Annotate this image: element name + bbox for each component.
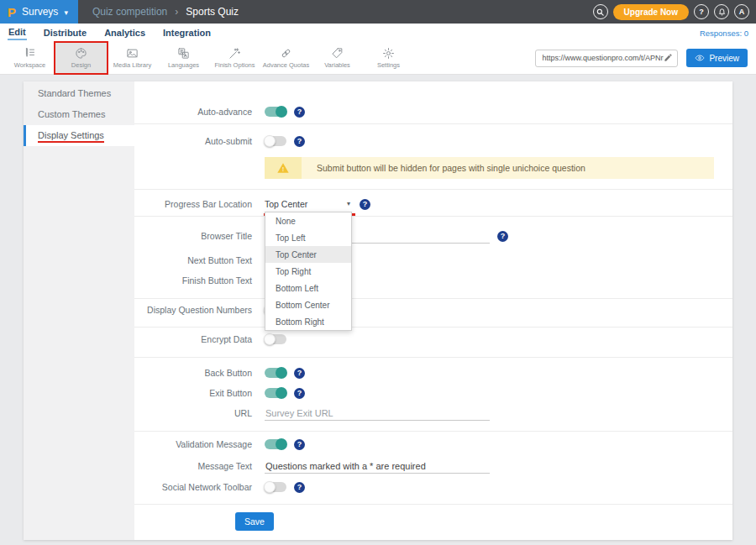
surveys-menu[interactable]: P Surveys ▾ bbox=[0, 0, 78, 24]
tab-distribute[interactable]: Distribute bbox=[43, 26, 87, 39]
divider bbox=[134, 357, 732, 358]
setting-label: Progress Bar Location bbox=[134, 199, 252, 209]
sidebar-item-custom-themes[interactable]: Custom Themes bbox=[24, 104, 134, 125]
menubar: Edit Distribute Analytics Integration Re… bbox=[0, 24, 756, 42]
exit-button-toggle[interactable] bbox=[265, 388, 286, 398]
setting-label: Message Text bbox=[134, 461, 252, 471]
breadcrumb-separator-icon: › bbox=[175, 6, 178, 18]
setting-label: Validation Message bbox=[134, 439, 252, 449]
dropdown-option-top-center[interactable]: Top Center bbox=[265, 246, 351, 263]
setting-row-progress-bar: Progress Bar Location Top Center ▾ ? bbox=[134, 194, 732, 214]
tool-variables[interactable]: Variables bbox=[312, 43, 363, 73]
setting-row-browser-title: Browser Title ? bbox=[134, 226, 732, 246]
tool-label: Languages bbox=[168, 61, 199, 69]
setting-row-auto-advance: Auto-advance ? bbox=[134, 102, 732, 122]
dropdown-option-bottom-left[interactable]: Bottom Left bbox=[265, 280, 351, 296]
annotation-underline: Display Settings bbox=[38, 130, 104, 143]
tool-label: Media Library bbox=[113, 61, 151, 69]
survey-url-field[interactable]: https://www.questionpro.com/t/APNrFZ bbox=[535, 50, 678, 67]
topbar-actions: Upgrade Now ? A bbox=[593, 4, 756, 20]
help-icon[interactable]: ? bbox=[360, 199, 370, 210]
settings-icon bbox=[382, 47, 395, 60]
setting-row-next-button-text: Next Button Text bbox=[134, 250, 732, 270]
variables-icon bbox=[331, 47, 344, 60]
setting-label: Encrypt Data bbox=[134, 334, 252, 344]
setting-row-encrypt-data: Encrypt Data bbox=[134, 329, 732, 349]
setting-label: Auto-submit bbox=[134, 136, 252, 146]
setting-label: Social Network Toolbar bbox=[134, 482, 252, 492]
progress-bar-select[interactable]: Top Center ▾ bbox=[265, 197, 352, 212]
setting-label: Back Button bbox=[134, 368, 252, 378]
setting-row-exit-button: Exit Button ? bbox=[134, 383, 732, 403]
tool-label: Workspace bbox=[14, 61, 45, 69]
breadcrumb-current: Sports Quiz bbox=[186, 6, 239, 18]
toggle-knob bbox=[276, 438, 287, 450]
dropdown-option-top-right[interactable]: Top Right bbox=[265, 263, 351, 280]
help-circle-icon[interactable]: ? bbox=[694, 4, 709, 19]
toggle-knob bbox=[276, 367, 287, 379]
back-button-toggle[interactable] bbox=[265, 368, 286, 378]
exit-url-input[interactable] bbox=[265, 406, 490, 421]
preview-button[interactable]: Preview bbox=[686, 49, 748, 67]
help-icon[interactable]: ? bbox=[294, 482, 305, 493]
sidebar-item-standard-themes[interactable]: Standard Themes bbox=[24, 83, 134, 104]
tool-finish-options[interactable]: Finish Options bbox=[209, 43, 260, 73]
auto-submit-toggle[interactable] bbox=[265, 136, 286, 146]
warning-triangle-icon: ! bbox=[265, 157, 302, 179]
design-card: Standard Themes Custom Themes Display Se… bbox=[24, 81, 732, 540]
edit-pencil-icon[interactable] bbox=[664, 53, 673, 64]
svg-text:!: ! bbox=[282, 166, 284, 172]
help-icon[interactable]: ? bbox=[497, 231, 508, 242]
setting-row-back-button: Back Button ? bbox=[134, 363, 732, 383]
sidebar-item-display-settings[interactable]: Display Settings bbox=[24, 125, 134, 146]
save-button[interactable]: Save bbox=[235, 512, 274, 531]
setting-label: Browser Title bbox=[134, 231, 252, 241]
dropdown-option-none[interactable]: None bbox=[265, 212, 351, 229]
social-network-toolbar-toggle[interactable] bbox=[265, 482, 286, 492]
tool-label: Design bbox=[71, 61, 91, 69]
dropdown-option-top-left[interactable]: Top Left bbox=[265, 229, 351, 246]
help-icon[interactable]: ? bbox=[294, 136, 305, 147]
tool-advance-quotas[interactable]: Advance Quotas bbox=[260, 43, 312, 73]
eye-icon bbox=[695, 53, 705, 63]
tool-design[interactable]: Design bbox=[55, 43, 107, 73]
avatar[interactable]: A bbox=[734, 4, 749, 19]
design-sidebar: Standard Themes Custom Themes Display Se… bbox=[24, 81, 134, 540]
toggle-knob bbox=[264, 333, 276, 345]
message-text-input[interactable] bbox=[265, 459, 490, 474]
help-icon[interactable]: ? bbox=[294, 107, 305, 118]
topbar: P Surveys ▾ Quiz competition › Sports Qu… bbox=[0, 0, 756, 24]
setting-row-finish-button-text: Finish Button Text bbox=[134, 270, 732, 291]
search-icon[interactable] bbox=[593, 4, 608, 19]
help-icon[interactable]: ? bbox=[294, 388, 305, 399]
toggle-knob bbox=[276, 387, 287, 399]
setting-row-exit-url: URL bbox=[134, 403, 732, 423]
tab-edit[interactable]: Edit bbox=[8, 25, 27, 40]
tab-analytics[interactable]: Analytics bbox=[103, 26, 146, 39]
tool-languages[interactable]: Languages bbox=[158, 43, 209, 73]
validation-message-toggle[interactable] bbox=[265, 439, 286, 449]
warning-banner: ! Submit button will be hidden for pages… bbox=[265, 157, 714, 179]
warning-text: Submit button will be hidden for pages w… bbox=[302, 157, 585, 179]
tool-label: Advance Quotas bbox=[263, 61, 309, 69]
tool-label: Settings bbox=[377, 61, 400, 69]
setting-row-social-network-toolbar: Social Network Toolbar ? bbox=[134, 477, 732, 497]
notifications-bell-icon[interactable] bbox=[714, 4, 729, 19]
dropdown-option-bottom-right[interactable]: Bottom Right bbox=[265, 313, 351, 330]
tool-media-library[interactable]: Media Library bbox=[107, 43, 158, 73]
help-icon[interactable]: ? bbox=[294, 368, 305, 379]
encrypt-data-toggle[interactable] bbox=[265, 334, 286, 344]
tool-workspace[interactable]: Workspace bbox=[4, 43, 55, 73]
preview-label: Preview bbox=[709, 54, 739, 63]
auto-advance-toggle[interactable] bbox=[265, 107, 286, 117]
breadcrumb-parent[interactable]: Quiz competition bbox=[92, 6, 167, 18]
responses-count[interactable]: Responses: 0 bbox=[700, 29, 748, 38]
chevron-down-icon: ▾ bbox=[64, 8, 68, 17]
help-icon[interactable]: ? bbox=[294, 439, 305, 450]
tool-label: Finish Options bbox=[215, 61, 255, 69]
tool-settings[interactable]: Settings bbox=[363, 43, 414, 73]
chevron-down-icon: ▾ bbox=[347, 200, 350, 207]
dropdown-option-bottom-center[interactable]: Bottom Center bbox=[265, 296, 351, 313]
tab-integration[interactable]: Integration bbox=[162, 26, 212, 39]
upgrade-now-button[interactable]: Upgrade Now bbox=[613, 4, 689, 20]
